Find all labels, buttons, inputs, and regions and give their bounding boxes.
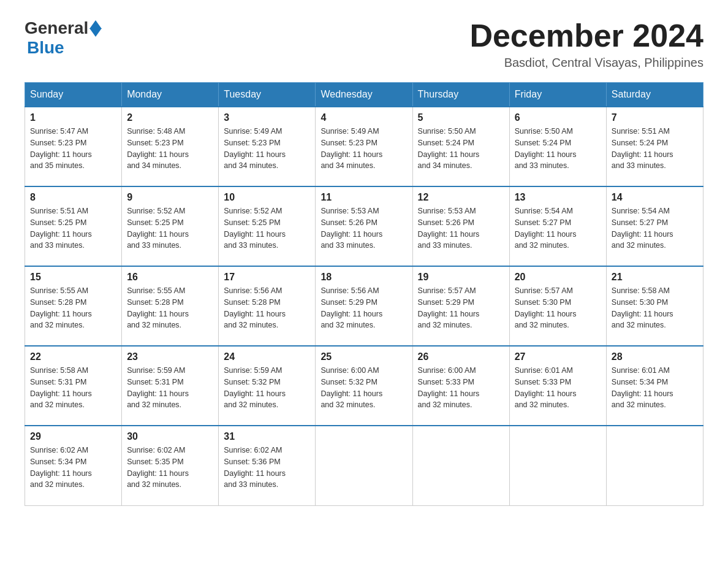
month-title: December 2024 <box>469 18 703 53</box>
calendar-day-14: 14 Sunrise: 5:54 AMSunset: 5:27 PMDaylig… <box>606 186 703 266</box>
calendar-day-24: 24 Sunrise: 5:59 AMSunset: 5:32 PMDaylig… <box>219 346 316 426</box>
day-header-tuesday: Tuesday <box>219 83 316 107</box>
calendar-day-26: 26 Sunrise: 6:00 AMSunset: 5:33 PMDaylig… <box>412 346 509 426</box>
day-number: 16 <box>127 272 213 283</box>
calendar-day-22: 22 Sunrise: 5:58 AMSunset: 5:31 PMDaylig… <box>25 346 122 426</box>
calendar-day-28: 28 Sunrise: 6:01 AMSunset: 5:34 PMDaylig… <box>606 346 703 426</box>
calendar-day-3: 3 Sunrise: 5:49 AMSunset: 5:23 PMDayligh… <box>219 107 316 186</box>
calendar-day-31: 31 Sunrise: 6:02 AMSunset: 5:36 PMDaylig… <box>219 426 316 505</box>
day-info: Sunrise: 5:58 AMSunset: 5:31 PMDaylight:… <box>30 365 116 411</box>
day-info: Sunrise: 5:49 AMSunset: 5:23 PMDaylight:… <box>320 126 407 172</box>
day-number: 1 <box>30 112 116 123</box>
day-number: 23 <box>127 351 213 362</box>
calendar-day-29: 29 Sunrise: 6:02 AMSunset: 5:34 PMDaylig… <box>25 426 122 505</box>
day-info: Sunrise: 5:58 AMSunset: 5:30 PMDaylight:… <box>612 285 698 331</box>
day-number: 26 <box>418 351 504 362</box>
day-number: 3 <box>224 112 310 123</box>
calendar-day-19: 19 Sunrise: 5:57 AMSunset: 5:29 PMDaylig… <box>412 266 509 346</box>
day-header-wednesday: Wednesday <box>316 83 412 107</box>
calendar-day-1: 1 Sunrise: 5:47 AMSunset: 5:23 PMDayligh… <box>25 107 122 186</box>
day-info: Sunrise: 5:56 AMSunset: 5:29 PMDaylight:… <box>320 285 407 331</box>
title-section: December 2024 Basdiot, Central Visayas, … <box>469 18 703 70</box>
calendar-day-15: 15 Sunrise: 5:55 AMSunset: 5:28 PMDaylig… <box>25 266 122 346</box>
day-number: 17 <box>224 272 310 283</box>
day-info: Sunrise: 5:52 AMSunset: 5:25 PMDaylight:… <box>127 205 213 251</box>
calendar-day-30: 30 Sunrise: 6:02 AMSunset: 5:35 PMDaylig… <box>122 426 219 505</box>
calendar-week-2: 8 Sunrise: 5:51 AMSunset: 5:25 PMDayligh… <box>25 186 703 266</box>
day-number: 10 <box>224 192 310 203</box>
day-info: Sunrise: 6:02 AMSunset: 5:35 PMDaylight:… <box>127 445 213 491</box>
calendar-day-18: 18 Sunrise: 5:56 AMSunset: 5:29 PMDaylig… <box>316 266 412 346</box>
day-info: Sunrise: 5:53 AMSunset: 5:26 PMDaylight:… <box>320 205 407 251</box>
calendar-table: SundayMondayTuesdayWednesdayThursdayFrid… <box>25 82 703 506</box>
day-info: Sunrise: 5:47 AMSunset: 5:23 PMDaylight:… <box>30 126 116 172</box>
day-number: 8 <box>30 192 116 203</box>
day-info: Sunrise: 6:00 AMSunset: 5:32 PMDaylight:… <box>320 365 407 411</box>
calendar-day-6: 6 Sunrise: 5:50 AMSunset: 5:24 PMDayligh… <box>509 107 606 186</box>
calendar-day-17: 17 Sunrise: 5:56 AMSunset: 5:28 PMDaylig… <box>219 266 316 346</box>
calendar-week-1: 1 Sunrise: 5:47 AMSunset: 5:23 PMDayligh… <box>25 107 703 186</box>
day-header-saturday: Saturday <box>606 83 703 107</box>
day-number: 11 <box>320 192 407 203</box>
calendar-day-21: 21 Sunrise: 5:58 AMSunset: 5:30 PMDaylig… <box>606 266 703 346</box>
day-number: 22 <box>30 351 116 362</box>
day-number: 2 <box>127 112 213 123</box>
calendar-day-12: 12 Sunrise: 5:53 AMSunset: 5:26 PMDaylig… <box>412 186 509 266</box>
calendar-day-5: 5 Sunrise: 5:50 AMSunset: 5:24 PMDayligh… <box>412 107 509 186</box>
day-info: Sunrise: 5:50 AMSunset: 5:24 PMDaylight:… <box>418 126 504 172</box>
day-number: 29 <box>30 431 116 442</box>
calendar-day-20: 20 Sunrise: 5:57 AMSunset: 5:30 PMDaylig… <box>509 266 606 346</box>
day-number: 30 <box>127 431 213 442</box>
day-info: Sunrise: 6:02 AMSunset: 5:34 PMDaylight:… <box>30 445 116 491</box>
page-header: General Blue December 2024 Basdiot, Cent… <box>25 18 703 70</box>
day-info: Sunrise: 5:50 AMSunset: 5:24 PMDaylight:… <box>515 126 601 172</box>
calendar-day-27: 27 Sunrise: 6:01 AMSunset: 5:33 PMDaylig… <box>509 346 606 426</box>
day-info: Sunrise: 5:59 AMSunset: 5:32 PMDaylight:… <box>224 365 310 411</box>
calendar-day-11: 11 Sunrise: 5:53 AMSunset: 5:26 PMDaylig… <box>316 186 412 266</box>
day-number: 25 <box>320 351 407 362</box>
day-header-friday: Friday <box>509 83 606 107</box>
day-info: Sunrise: 5:57 AMSunset: 5:30 PMDaylight:… <box>515 285 601 331</box>
day-info: Sunrise: 5:48 AMSunset: 5:23 PMDaylight:… <box>127 126 213 172</box>
calendar-day-10: 10 Sunrise: 5:52 AMSunset: 5:25 PMDaylig… <box>219 186 316 266</box>
calendar-day-7: 7 Sunrise: 5:51 AMSunset: 5:24 PMDayligh… <box>606 107 703 186</box>
day-number: 7 <box>612 112 698 123</box>
calendar-week-4: 22 Sunrise: 5:58 AMSunset: 5:31 PMDaylig… <box>25 346 703 426</box>
day-number: 19 <box>418 272 504 283</box>
day-info: Sunrise: 5:54 AMSunset: 5:27 PMDaylight:… <box>612 205 698 251</box>
day-header-sunday: Sunday <box>25 83 122 107</box>
day-info: Sunrise: 5:51 AMSunset: 5:25 PMDaylight:… <box>30 205 116 251</box>
day-number: 20 <box>515 272 601 283</box>
day-number: 31 <box>224 431 310 442</box>
day-info: Sunrise: 6:01 AMSunset: 5:34 PMDaylight:… <box>612 365 698 411</box>
day-number: 27 <box>515 351 601 362</box>
calendar-empty-cell <box>316 426 412 505</box>
day-info: Sunrise: 5:56 AMSunset: 5:28 PMDaylight:… <box>224 285 310 331</box>
day-number: 14 <box>612 192 698 203</box>
day-info: Sunrise: 5:57 AMSunset: 5:29 PMDaylight:… <box>418 285 504 331</box>
day-info: Sunrise: 5:52 AMSunset: 5:25 PMDaylight:… <box>224 205 310 251</box>
day-info: Sunrise: 5:49 AMSunset: 5:23 PMDaylight:… <box>224 126 310 172</box>
logo-general: General <box>25 18 88 38</box>
day-number: 9 <box>127 192 213 203</box>
day-number: 18 <box>320 272 407 283</box>
day-info: Sunrise: 5:59 AMSunset: 5:31 PMDaylight:… <box>127 365 213 411</box>
day-info: Sunrise: 5:55 AMSunset: 5:28 PMDaylight:… <box>127 285 213 331</box>
day-header-monday: Monday <box>122 83 219 107</box>
day-header-thursday: Thursday <box>412 83 509 107</box>
calendar-empty-cell <box>412 426 509 505</box>
day-number: 13 <box>515 192 601 203</box>
day-number: 6 <box>515 112 601 123</box>
day-info: Sunrise: 5:54 AMSunset: 5:27 PMDaylight:… <box>515 205 601 251</box>
location-subtitle: Basdiot, Central Visayas, Philippines <box>469 56 703 70</box>
calendar-empty-cell <box>606 426 703 505</box>
logo-blue: Blue <box>27 38 64 57</box>
calendar-day-8: 8 Sunrise: 5:51 AMSunset: 5:25 PMDayligh… <box>25 186 122 266</box>
calendar-week-3: 15 Sunrise: 5:55 AMSunset: 5:28 PMDaylig… <box>25 266 703 346</box>
day-info: Sunrise: 6:00 AMSunset: 5:33 PMDaylight:… <box>418 365 504 411</box>
day-number: 5 <box>418 112 504 123</box>
logo: General Blue <box>25 18 102 58</box>
calendar-day-23: 23 Sunrise: 5:59 AMSunset: 5:31 PMDaylig… <box>122 346 219 426</box>
day-info: Sunrise: 5:55 AMSunset: 5:28 PMDaylight:… <box>30 285 116 331</box>
calendar-empty-cell <box>509 426 606 505</box>
